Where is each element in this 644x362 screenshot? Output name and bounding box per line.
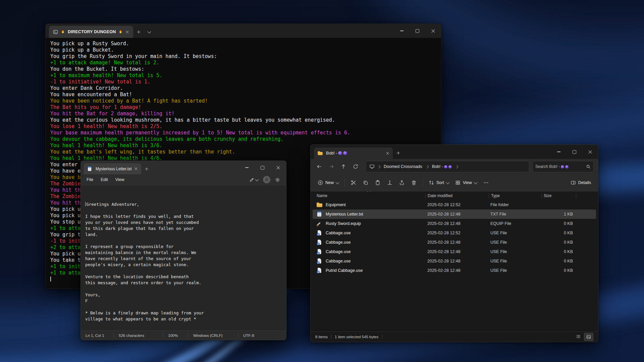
chevron-down-icon	[148, 29, 151, 33]
tab-close-icon[interactable]	[135, 167, 138, 170]
file-type: USE File	[488, 259, 541, 263]
file-list-area[interactable]: Name Date modified Type Size Equipment20…	[311, 191, 598, 331]
account-avatar[interactable]	[263, 176, 270, 183]
file-name: Cabbage.use	[326, 259, 351, 263]
close-button[interactable]	[425, 24, 441, 38]
menu-view[interactable]: View	[112, 176, 128, 184]
file-type: USE File	[488, 268, 541, 273]
delete-button[interactable]	[408, 177, 420, 188]
cut-button[interactable]	[347, 177, 360, 188]
file-name: Equipment	[326, 202, 346, 207]
new-tab-button[interactable]	[133, 26, 144, 38]
notepad-line: maintaining balance in the mortal realms…	[85, 250, 286, 256]
terminal-titlebar[interactable]: DIRECTORY DUNGEON	[46, 24, 441, 38]
column-header-name[interactable]: Name	[315, 193, 426, 198]
terminal-tab[interactable]: DIRECTORY DUNGEON	[49, 26, 133, 38]
column-header-size[interactable]: Size	[542, 193, 576, 198]
new-tab-button[interactable]	[141, 163, 152, 174]
file-row[interactable]: Rusty Sword.equip2025-02-28 12:48EQUIP F…	[313, 219, 596, 228]
notepad-window[interactable]: Mysterious Letter.txt File Edit View	[80, 161, 286, 340]
maximize-button[interactable]	[567, 145, 582, 159]
maximize-icon	[416, 29, 419, 33]
column-header-date-modified[interactable]: Date modified	[426, 193, 489, 198]
explorer-status-bar: 8 items 1 item selected 545 bytes	[311, 331, 598, 342]
details-button[interactable]: Details	[568, 177, 594, 188]
terminal-line: You eat the curious looking mushroom, it…	[50, 117, 436, 123]
file-row[interactable]: Cabbage.use2025-02-28 12:52USE File0 KB	[313, 228, 596, 238]
close-button[interactable]	[582, 145, 598, 159]
new-button[interactable]: New	[315, 177, 342, 188]
toolbar-divider	[344, 179, 345, 187]
cut-icon	[351, 180, 356, 185]
menu-file[interactable]: File	[83, 176, 97, 184]
explorer-titlebar[interactable]: Bob! -	[311, 145, 598, 159]
refresh-button[interactable]	[350, 161, 362, 172]
share-button[interactable]	[396, 177, 408, 188]
close-button[interactable]	[270, 161, 286, 174]
breadcrumb-bob[interactable]: Bob! -	[431, 164, 452, 170]
search-icon	[586, 164, 591, 169]
file-row[interactable]: Cabbage.use2025-02-28 12:48USE File0 KB	[313, 256, 596, 266]
maximize-button[interactable]	[255, 161, 270, 174]
back-button[interactable]	[313, 161, 325, 172]
menu-edit[interactable]: Edit	[97, 176, 112, 184]
maximize-icon	[573, 150, 576, 154]
file-type: USE File	[488, 249, 541, 254]
details-view-toggle[interactable]	[574, 333, 583, 340]
file-date-modified: 2025-02-28 12:52	[425, 231, 488, 235]
view-button[interactable]: View	[452, 177, 480, 188]
file-size: 1 KB	[541, 212, 576, 217]
notepad-status-bar: Ln 1, Col 1 526 characters 100% Windows …	[81, 330, 286, 340]
explorer-tab[interactable]: Bob! -	[314, 147, 393, 159]
address-bar[interactable]: Doomed Crossroads Bob! -	[366, 161, 529, 172]
minimize-button[interactable]	[394, 24, 410, 38]
file-row[interactable]: Cabbage.use2025-02-28 12:48USE File0 KB	[313, 247, 596, 256]
console-icon	[53, 29, 58, 35]
devil-emoji-icon	[343, 151, 347, 155]
terminal-line: You don the Bucket. It bestows:	[50, 66, 436, 72]
sort-ascending-icon	[367, 191, 371, 193]
explorer-command-bar: New Sort View	[311, 174, 598, 191]
file-row[interactable]: Equipment2025-02-28 12:52File folder	[313, 200, 596, 209]
edit-pen-button[interactable]	[249, 177, 258, 182]
minimize-button[interactable]	[551, 145, 567, 159]
notepad-editor[interactable]: Greetings Adventurer, I hope this letter…	[81, 185, 286, 335]
selection-info: 1 item selected 545 bytes	[335, 335, 378, 339]
sort-button[interactable]: Sort	[426, 177, 452, 188]
minimize-button[interactable]	[239, 161, 255, 174]
plus-icon	[145, 167, 149, 171]
maximize-icon	[261, 166, 264, 170]
tab-close-icon[interactable]	[386, 152, 389, 155]
notepad-line	[85, 238, 286, 244]
column-header-type[interactable]: Type	[489, 193, 542, 198]
tab-close-icon[interactable]	[126, 31, 129, 34]
notepad-line: * Below is a finely drawn map leading fr…	[85, 310, 286, 316]
file-explorer-window[interactable]: Bob! - Doomed Crossroads Bo	[310, 144, 598, 342]
more-button[interactable]	[480, 177, 492, 188]
file-row[interactable]: Cabbage.use2025-02-28 12:48USE File0 KB	[313, 238, 596, 247]
new-tab-button[interactable]	[393, 147, 404, 159]
file-size: 0 KB	[541, 221, 576, 226]
tab-dropdown-button[interactable]	[144, 26, 155, 38]
file-row[interactable]: Putrid Cabbage.use2025-02-28 12:48USE Fi…	[313, 266, 596, 275]
plus-icon	[396, 151, 400, 155]
up-button[interactable]	[337, 161, 350, 172]
copy-button[interactable]	[360, 177, 372, 188]
notepad-titlebar[interactable]: Mysterious Letter.txt	[81, 161, 286, 174]
details-view-icon	[576, 334, 581, 339]
toolbar-divider	[423, 179, 423, 187]
paste-icon	[375, 180, 380, 185]
breadcrumb-doomed-crossroads[interactable]: Doomed Crossroads	[383, 164, 423, 170]
forward-button[interactable]	[325, 161, 337, 172]
maximize-button[interactable]	[410, 24, 425, 38]
notepad-tab[interactable]: Mysterious Letter.txt	[84, 163, 141, 174]
line-ending-type[interactable]: Windows (CRLF)	[188, 333, 238, 338]
encoding[interactable]: UTF-8	[238, 333, 259, 338]
large-icons-view-toggle[interactable]	[584, 333, 593, 341]
rename-button[interactable]	[384, 177, 396, 188]
settings-button[interactable]	[275, 177, 280, 182]
paste-button[interactable]	[372, 177, 384, 188]
zoom-level[interactable]: 100%	[163, 333, 188, 338]
file-row[interactable]: Mysterious Letter.txt2025-02-28 12:48TXT…	[313, 209, 596, 219]
search-input[interactable]: Search Bob! -	[532, 161, 594, 172]
